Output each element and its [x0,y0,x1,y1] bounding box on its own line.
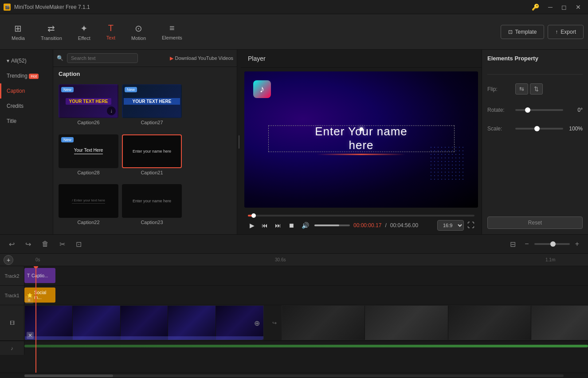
audio-label: ♪ [0,341,24,355]
minimize-button[interactable]: ─ [545,2,556,12]
reset-button[interactable]: Reset [487,217,583,229]
template-button[interactable]: ⊡ Template [501,25,545,39]
effect-icon: ✦ [80,23,88,34]
sidebar-item-trending[interactable]: Trending Hot [0,68,53,83]
restore-button[interactable]: ◻ [558,2,570,12]
play-button[interactable]: ▶ [248,220,256,231]
video-segment-1[interactable]: ⊕ ✕ [24,305,264,340]
caption-clip-icon: T [27,273,30,278]
sidebar-item-caption[interactable]: Caption [0,83,53,98]
caption-card-28[interactable]: New Your Text Here Caption28 [59,134,118,181]
search-input[interactable] [67,53,138,63]
prev-button[interactable]: ⏮ [260,220,270,231]
scrollbar-thumb[interactable] [24,374,113,377]
caption-card-21[interactable]: Enter your name here Caption21 [122,134,182,181]
transition-icon: ⇄ [47,23,55,34]
divider [487,74,583,75]
stop-button[interactable]: ⏹ [286,220,296,231]
progress-bar[interactable] [248,215,474,217]
zoom-slider[interactable] [534,243,570,245]
elements-property-title: Elements Property [487,55,583,62]
scale-row: Scale: 100% [487,126,583,132]
caption-clip[interactable]: T Captio... [24,268,55,283]
titlebar-left: 🎬 MiniTool MovieMaker Free 7.1.1 [4,4,90,11]
template-icon: ⊡ [508,29,513,35]
toolbar-media[interactable]: ⊞ Media [4,20,32,44]
undo-button[interactable]: ↩ [5,237,18,251]
clip-drag-handle[interactable]: ≡ [25,296,33,304]
player-panel: Player ♪ Enter Your name here [241,50,482,234]
youtube-icon: ▶ [170,55,173,61]
export-button[interactable]: ↑ Export [548,25,584,39]
caption-grid: New YOUR TEXT HERE ↓ Caption26 New YOUR … [53,81,237,234]
next-button[interactable]: ⏭ [273,220,283,231]
timeline-ruler: + 0s 30.6s 1.1m [0,254,588,266]
elements-icon: ≡ [169,23,175,33]
toolbar-transition-label: Transition [41,35,62,41]
flip-vertical-button[interactable]: ⇅ [530,83,543,94]
timeline-tracks: Track2 T Captio... Track1 ⭐ Social m... … [0,266,588,373]
export-icon: ↑ [555,29,558,35]
clip-options-btn[interactable]: ✕ [27,332,34,339]
sidebar-item-credits[interactable]: Credits [0,98,53,114]
video-thumb-s2-1 [282,306,365,340]
caption-label-text: Caption [7,88,25,94]
toolbar-text-label: Text [106,35,115,40]
track2-content: T Captio... [24,266,588,285]
timeline: + 0s 30.6s 1.1m Track2 T Captio... Track… [0,254,588,378]
caption-card-27[interactable]: New YOUR TEXT HERE Caption27 [122,84,182,131]
audio-bar [24,345,588,347]
caption-card-23[interactable]: Enter your name here Caption23 [122,184,182,231]
scale-slider[interactable] [515,128,563,130]
fullscreen-button[interactable]: ⛶ [467,221,474,229]
video-track-label: 🎞 [0,305,24,340]
toolbar-elements[interactable]: ≡ Elements [155,20,189,44]
split-button[interactable]: ✂ [56,237,69,251]
download-icon[interactable]: ↓ [107,106,116,115]
volume-button[interactable]: 🔊 [300,220,311,231]
add-track-button[interactable]: + [4,255,13,265]
yt-label: Download YouTube Videos [175,55,234,61]
zoom-out-button[interactable]: − [521,237,532,251]
search-icon: 🔍 [57,55,63,61]
rotate-slider[interactable] [515,109,563,111]
toolbar-motion[interactable]: ⊙ Motion [124,20,153,44]
toolbar-media-label: Media [12,35,25,41]
volume-slider[interactable] [314,224,350,226]
rotate-row: Rotate: 0° [487,107,583,113]
template-label: Template [515,29,537,35]
flip-horizontal-button[interactable]: ⇆ [515,83,528,94]
youtube-download-btn[interactable]: ▶ Download YouTube Videos [170,55,234,61]
sidebar-item-title[interactable]: Title [0,114,53,129]
caption-card-22[interactable]: / Enter your text here Caption22 [59,184,118,231]
audio-content [24,341,588,355]
cap23-label: Caption23 [122,220,182,227]
caption-card-26[interactable]: New YOUR TEXT HERE ↓ Caption26 [59,84,118,131]
track1-content: ⭐ Social m... ≡ [24,286,588,305]
redo-button[interactable]: ↪ [22,237,35,251]
toolbar-text[interactable]: T Text [99,20,122,44]
aspect-ratio-select[interactable]: 16:9 4:3 1:1 9:16 [437,220,464,231]
sidebar-item-all[interactable]: ▾ All(52) [0,53,53,68]
timeline-scrollbar[interactable] [0,373,588,378]
delete-button[interactable]: 🗑 [38,237,52,251]
crop-button[interactable]: ⊡ [72,237,85,251]
clip-selection-bar [25,336,263,340]
toolbar-effect-label: Effect [78,35,90,41]
elements-property-panel: Elements Property Flip: ⇆ ⇅ Rotate: 0° S… [482,50,588,234]
video-segment-2[interactable] [282,305,588,340]
cap21-text: Enter your name here [133,149,171,154]
zoom-fit-button[interactable]: ⊟ [506,237,519,251]
close-button[interactable]: ✕ [572,2,584,12]
toolbar-effect[interactable]: ✦ Effect [71,20,98,44]
cap21-label: Caption21 [122,170,182,177]
scale-value: 100% [567,126,583,132]
bottom-toolbar: ↩ ↪ 🗑 ✂ ⊡ ⊟ − + [0,234,588,254]
tiktok-logo: ♪ [253,80,271,98]
audio-track: ♪ [0,341,588,355]
pin-button[interactable]: 🔑 [528,2,543,12]
cap28-label: Caption28 [59,170,118,177]
video-thumb-3 [121,306,169,340]
zoom-in-button[interactable]: + [572,237,583,251]
toolbar-transition[interactable]: ⇄ Transition [34,20,69,44]
